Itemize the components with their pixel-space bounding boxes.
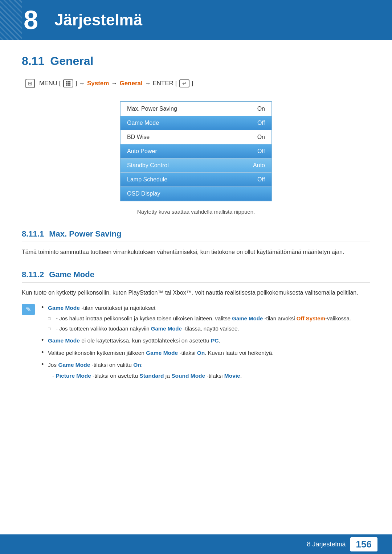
game-mode-label-2: Game Mode — [48, 337, 80, 344]
sub-item-1-2: - Jos tuotteen valikko tuodaan näkyviin … — [48, 324, 370, 333]
footer-page-number: 156 — [350, 537, 377, 551]
svg-rect-1 — [68, 81, 69, 83]
menu-keyword: MENU [ — [39, 80, 61, 87]
list-item-1: Game Mode -tilan varoitukset ja rajoituk… — [41, 303, 370, 333]
menu-row-max-power: Max. Power Saving On — [121, 102, 271, 116]
menu-path: MENU [ ] → System → General → ENTER [ ↵ … — [22, 79, 370, 88]
subsection-game-mode: 8.11.2 Game Mode Kun tuote on kytketty p… — [22, 270, 370, 383]
subsection-number-max-power: 8.11.1 — [22, 229, 44, 239]
sub-list-1: - Jos haluat irrottaa pelikonsolin ja ky… — [48, 314, 370, 333]
subsection-title-game-mode: Game Mode — [49, 270, 94, 279]
page-footer: 8 Järjestelmä 156 — [0, 534, 392, 554]
svg-rect-5 — [69, 83, 70, 84]
svg-rect-7 — [68, 85, 69, 86]
svg-rect-8 — [69, 85, 70, 86]
game-mode-ref-1: Game Mode — [232, 315, 263, 321]
pc-ref: PC — [211, 337, 219, 344]
menu-label-auto-power: Auto Power — [127, 148, 157, 155]
list-item-3: Valitse pelikonsolin kytkemisen jälkeen … — [41, 348, 370, 358]
menu-grid-icon — [63, 79, 73, 87]
section-number: 8.11 — [22, 54, 44, 68]
menu-label-standby-control: Standby Control — [127, 162, 169, 169]
menu-ui-container: Max. Power Saving On Game Mode Off BD Wi… — [22, 101, 370, 201]
menu-arrow-3: → ENTER [ — [145, 80, 177, 87]
menu-value-game-mode: Off — [257, 120, 265, 126]
svg-rect-4 — [68, 83, 69, 84]
game-mode-ref-2: Game Mode — [151, 325, 182, 332]
menu-value-auto-power: Off — [257, 148, 265, 155]
subsection-max-power-saving: 8.11.1 Max. Power Saving Tämä toiminto s… — [22, 229, 370, 257]
menu-general: General — [119, 80, 142, 87]
subsection-body-game-mode: Kun tuote on kytketty pelikonsoliin, kut… — [22, 288, 370, 297]
list-item-2: Game Mode ei ole käytettävissä, kun syöt… — [41, 336, 370, 345]
section-heading: 8.11 General — [22, 54, 370, 68]
sound-mode-ref: Sound Mode — [171, 373, 205, 379]
menu-arrow-1: ] → — [75, 80, 85, 87]
menu-label-game-mode: Game Mode — [127, 120, 159, 126]
chapter-title: Järjestelmä — [54, 11, 142, 29]
list-item-4: Jos Game Mode -tilaksi on valittu On: - … — [41, 360, 370, 380]
on-ref-2: On — [133, 362, 141, 368]
movie-ref: Movie — [224, 373, 240, 379]
stripe-decoration — [0, 0, 22, 40]
chapter-number: 8 — [24, 7, 38, 33]
menu-value-max-power: On — [257, 106, 265, 112]
menu-row-game-mode: Game Mode Off — [121, 116, 271, 130]
list-item-2-text: ei ole käytettävissä, kun syöttölähteeks… — [81, 337, 211, 344]
game-mode-label-3: Game Mode — [146, 350, 178, 356]
svg-rect-0 — [66, 81, 67, 83]
svg-rect-2 — [69, 81, 70, 83]
menu-row-bd-wise: BD Wise On — [121, 130, 271, 144]
menu-value-bd-wise: On — [257, 134, 265, 140]
menu-system: System — [87, 80, 109, 87]
menu-ui: Max. Power Saving On Game Mode Off BD Wi… — [120, 101, 272, 201]
menu-row-lamp-schedule: Lamp Schedule Off — [121, 173, 271, 187]
svg-rect-3 — [66, 83, 67, 84]
menu-value-lamp-schedule: Off — [257, 176, 265, 183]
on-ref-1: On — [197, 350, 205, 356]
subsection-body-max-power: Tämä toiminto sammuttaa tuotteen virrank… — [22, 247, 370, 257]
menu-label-lamp-schedule: Lamp Schedule — [127, 176, 167, 183]
menu-value-standby-control: Auto — [253, 162, 265, 169]
menu-row-auto-power: Auto Power Off — [121, 144, 271, 159]
menu-arrow-2: → — [111, 80, 117, 87]
note-bullet-list: Game Mode -tilan varoitukset ja rajoituk… — [41, 303, 370, 380]
sub-item-1-1: - Jos haluat irrottaa pelikonsolin ja ky… — [48, 314, 370, 323]
menu-row-osd-display: OSD Display — [121, 187, 271, 201]
main-content: 8.11 General MENU [ ] → System → General… — [0, 40, 392, 418]
caption-text: Näytetty kuva saattaa vaihdella mallista… — [22, 209, 370, 215]
svg-rect-6 — [66, 85, 67, 86]
enter-key-icon: ↵ — [179, 79, 189, 87]
subsection-heading-game-mode: 8.11.2 Game Mode — [22, 270, 370, 283]
picture-mode-ref: Picture Mode — [56, 373, 91, 379]
off-system-ref: Off System — [297, 315, 325, 321]
menu-row-standby-control: Standby Control Auto — [121, 159, 271, 173]
menu-label-osd-display: OSD Display — [127, 190, 160, 197]
list-item-2-period: . — [219, 337, 220, 344]
subsection-heading-max-power: 8.11.1 Max. Power Saving — [22, 229, 370, 242]
game-mode-label-1: Game Mode — [48, 305, 80, 311]
menu-label-bd-wise: BD Wise — [127, 134, 150, 140]
list-item-4-sub: - Picture Mode -tilaksi on asetettu Stan… — [48, 371, 242, 381]
subsection-title-max-power: Max. Power Saving — [49, 229, 121, 239]
section-title: General — [50, 54, 93, 68]
menu-label-max-power: Max. Power Saving — [127, 106, 177, 112]
game-mode-label-4: Game Mode — [58, 362, 90, 368]
standard-ref: Standard — [139, 373, 164, 379]
page-header: 8 Järjestelmä — [0, 0, 392, 40]
note-icon — [22, 304, 35, 315]
note-content: Game Mode -tilan varoitukset ja rajoituk… — [41, 303, 370, 383]
list-item-1-text: -tilan varoitukset ja rajoitukset — [81, 305, 155, 311]
footer-label: 8 Järjestelmä — [307, 541, 346, 548]
menu-close-bracket: ] — [192, 80, 193, 87]
remote-control-icon — [25, 79, 35, 88]
subsection-number-game-mode: 8.11.2 — [22, 270, 44, 279]
note-block: Game Mode -tilan varoitukset ja rajoituk… — [22, 303, 370, 383]
